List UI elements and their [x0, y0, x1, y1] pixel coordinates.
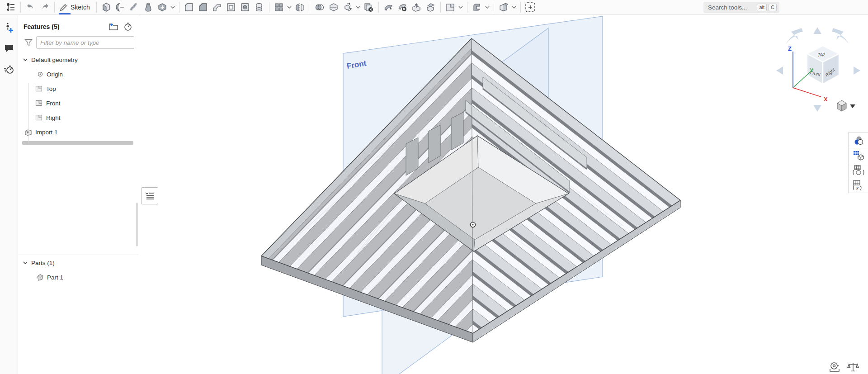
- chamfer-button[interactable]: [196, 1, 210, 14]
- rotate-ccw-icon: [786, 28, 803, 44]
- feature-list-icon[interactable]: [4, 1, 18, 14]
- delete-face-button[interactable]: [396, 1, 410, 14]
- shortcut-key-alt: alt: [757, 4, 767, 11]
- linear-pattern-button[interactable]: [272, 1, 286, 14]
- pattern-group-chevron[interactable]: [286, 1, 293, 14]
- mirror-button[interactable]: [293, 1, 307, 14]
- revolve-button[interactable]: [113, 1, 127, 14]
- sketch-label: Sketch: [71, 4, 90, 11]
- boolean-button[interactable]: [313, 1, 327, 14]
- boss-button[interactable]: [252, 1, 266, 14]
- tree-item-origin[interactable]: Origin: [18, 67, 139, 81]
- tree-item-part-1[interactable]: Part 1: [18, 270, 139, 284]
- features-panel: Features (5) Default geometry Origin Top…: [18, 15, 139, 374]
- configurations-panel-tab[interactable]: [849, 148, 868, 163]
- view-cube[interactable]: Top Front Right Z Y X: [776, 27, 860, 112]
- features-title: Features (5): [24, 23, 104, 30]
- tree-item-label: Top: [46, 85, 56, 92]
- chevron-down-icon[interactable]: [23, 260, 28, 265]
- plane-group-chevron[interactable]: [458, 1, 464, 14]
- tree-item-label: Origin: [47, 71, 63, 78]
- filter-icon[interactable]: [24, 38, 33, 47]
- origin-marker[interactable]: [471, 223, 476, 227]
- tree-item-top-plane[interactable]: Top: [18, 81, 139, 96]
- undo-button[interactable]: [24, 1, 38, 14]
- bracket-tool-button[interactable]: [470, 1, 484, 14]
- versions-icon[interactable]: [3, 22, 15, 33]
- extrude-button[interactable]: [99, 1, 113, 14]
- sweep-button[interactable]: [127, 1, 142, 14]
- toolbar-divider: [494, 2, 494, 13]
- panel-scrollbar[interactable]: [136, 203, 138, 246]
- right-panel-tabs: x: [848, 133, 868, 193]
- tree-group-label: Default geometry: [31, 57, 78, 63]
- pencil-icon: [59, 3, 68, 12]
- config-table-icon: [853, 150, 864, 161]
- bracket-group-chevron[interactable]: [484, 1, 491, 14]
- chevron-down-icon: [850, 104, 855, 108]
- move-face-button[interactable]: [382, 1, 396, 14]
- fillet-button[interactable]: [182, 1, 196, 14]
- redo-button[interactable]: [38, 1, 52, 14]
- sketch-button[interactable]: Sketch: [57, 1, 94, 14]
- comments-icon[interactable]: [3, 43, 15, 54]
- tree-item-right-plane[interactable]: Right: [18, 110, 139, 125]
- history-icon[interactable]: [3, 63, 15, 75]
- axis-x-label: X: [824, 96, 828, 103]
- toolbar-divider: [467, 2, 467, 13]
- svg-text:x: x: [856, 185, 859, 190]
- search-tools-box[interactable]: Search tools... alt C: [703, 2, 779, 13]
- custom-tables-panel-tab[interactable]: [849, 163, 868, 178]
- plane-icon: [35, 100, 43, 107]
- rollback-history-icon[interactable]: [123, 22, 133, 32]
- filter-input[interactable]: [36, 36, 134, 49]
- plane-icon: [35, 114, 43, 121]
- tree-indent-guide: [28, 83, 28, 143]
- shortcut-key-c: C: [769, 4, 777, 11]
- tree-item-import[interactable]: Import 1: [18, 125, 139, 139]
- transform-group-chevron[interactable]: [355, 1, 362, 14]
- add-folder-icon[interactable]: [108, 22, 119, 32]
- replace-face-button[interactable]: [410, 1, 424, 14]
- toolbar-divider: [269, 2, 269, 13]
- rib-button[interactable]: [210, 1, 224, 14]
- feature-list-display-toggle[interactable]: [141, 187, 158, 204]
- search-placeholder: Search tools...: [708, 4, 755, 11]
- delete-part-button[interactable]: [362, 1, 376, 14]
- toolbar-divider: [96, 2, 97, 13]
- toolbar-divider: [179, 2, 179, 13]
- plane-button[interactable]: [443, 1, 458, 14]
- variables-icon: x: [852, 180, 865, 191]
- mass-properties-icon[interactable]: [847, 361, 859, 373]
- chevron-down-icon[interactable]: [23, 57, 28, 62]
- enclose-group-chevron[interactable]: [511, 1, 518, 14]
- measure-icon[interactable]: [828, 361, 840, 373]
- pyramid-model[interactable]: [233, 38, 723, 374]
- boss-group-chevron[interactable]: [170, 1, 176, 14]
- tree-item-label: Part 1: [47, 274, 63, 281]
- features-header: Features (5): [18, 15, 139, 33]
- hole-button[interactable]: [238, 1, 252, 14]
- variables-panel-tab[interactable]: x: [849, 178, 868, 193]
- select-tool-button[interactable]: [524, 1, 538, 14]
- thicken-button[interactable]: [156, 1, 170, 14]
- active-tool-underline: [59, 13, 71, 14]
- toolbar-divider: [440, 2, 441, 13]
- list-options-icon: [145, 191, 155, 200]
- toolbar-divider: [310, 2, 310, 13]
- offset-surface-button[interactable]: [424, 1, 438, 14]
- transform-button[interactable]: [341, 1, 355, 14]
- loft-button[interactable]: [142, 1, 156, 14]
- view-options-button[interactable]: [837, 100, 855, 111]
- shell-button[interactable]: [224, 1, 238, 14]
- appearance-panel-tab[interactable]: [849, 133, 868, 148]
- tree-group-default-geometry[interactable]: Default geometry: [18, 52, 139, 67]
- tree-group-parts[interactable]: Parts (1): [18, 256, 139, 270]
- custom-table-icon: [852, 165, 865, 176]
- enclose-tool-button[interactable]: [497, 1, 511, 14]
- split-button[interactable]: [327, 1, 341, 14]
- rollback-bar[interactable]: [22, 141, 133, 145]
- tree-item-label: Front: [46, 100, 61, 107]
- toolbar-divider: [520, 2, 521, 13]
- tree-item-front-plane[interactable]: Front: [18, 96, 139, 110]
